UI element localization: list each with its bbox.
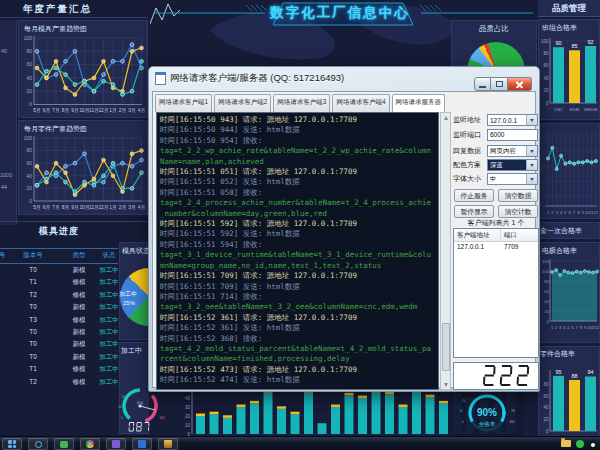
taskbar-image-button[interactable]: [158, 438, 178, 450]
svg-text:1月: 1月: [109, 205, 116, 211]
table-row: T1修模加工中: [0, 363, 118, 375]
listen-port-input[interactable]: 6000: [487, 129, 538, 141]
svg-text:40: 40: [26, 173, 32, 179]
svg-text:85: 85: [571, 43, 577, 49]
taskbar-browser-button[interactable]: [80, 438, 100, 450]
log-line: 时间[16:15:51 058] 接收:: [160, 188, 435, 198]
svg-text:1: 1: [551, 326, 553, 330]
tray-folder-icon[interactable]: [561, 440, 571, 447]
maximize-button[interactable]: [491, 77, 508, 91]
log-scrollbar[interactable]: [440, 112, 451, 390]
log-line: 时间[16:15:51 709] 请求: 源地址 127.0.0.1:7709: [160, 271, 435, 281]
left-edge-panel: 40 1000 44: [0, 20, 17, 225]
font-size-select[interactable]: 中: [487, 173, 538, 185]
chevron-down-icon[interactable]: [526, 115, 537, 125]
pie-slice-pct: 25%: [123, 300, 135, 306]
tab-client2[interactable]: 网络请求客户端2: [214, 94, 271, 112]
svg-text:9: 9: [582, 211, 584, 215]
electrode-pass-area-chart: 020406080100120123456789101112: [539, 257, 599, 341]
svg-text:80: 80: [543, 51, 549, 56]
tab-server[interactable]: 网络请求服务器: [392, 94, 446, 112]
log-line: 时间[16:15:51 594] 接收:: [160, 240, 435, 250]
clear-count-button[interactable]: 清空计数: [498, 205, 538, 218]
svg-text:0: 0: [546, 101, 549, 106]
svg-text:10: 10: [118, 405, 122, 409]
tab-client4[interactable]: 网络请求客户端4: [332, 94, 389, 112]
taskbar-circle-button[interactable]: [28, 438, 48, 450]
svg-text:8月: 8月: [62, 108, 69, 114]
svg-text:20: 20: [26, 88, 32, 94]
svg-text:12月: 12月: [98, 108, 108, 114]
svg-text:100: 100: [24, 135, 33, 141]
svg-text:9: 9: [584, 326, 586, 330]
svg-text:4: 4: [563, 326, 565, 330]
panel-electrode-pass: 电极合格率 020406080100120123456789101112: [538, 242, 600, 343]
log-line: 时间[16:15:51 052] 发送: html数据: [160, 177, 435, 187]
network-debug-window[interactable]: 网络请求客户端/服务器 (QQ: 517216493) 网络请求客户端1网络请求…: [148, 66, 540, 392]
mold-monthly-line-chart: 0204060801005月6月7月8月9月10月11月12月1月2月3月4月: [21, 34, 145, 116]
log-line: 时间[16:15:51 592] 发送: html数据: [160, 229, 435, 239]
scroll-down-arrow[interactable]: [441, 380, 450, 389]
tray-qq-icon[interactable]: [589, 439, 596, 448]
svg-text:20: 20: [121, 395, 125, 399]
window-controls: [474, 77, 532, 91]
window-title: 网络请求客户端/服务器 (QQ: 517216493): [170, 72, 344, 85]
blue-icon: [138, 440, 146, 448]
chevron-down-icon[interactable]: [526, 146, 537, 156]
client-list[interactable]: 客户端地址 端口 127.0.0.17709: [453, 228, 539, 358]
edge-label: 40: [1, 48, 7, 54]
svg-text:9月: 9月: [71, 205, 78, 211]
scroll-thumb[interactable]: [442, 323, 450, 371]
server-log[interactable]: 时间[16:15:50 943] 请求: 源地址 127.0.0.1:7709时…: [156, 112, 439, 390]
svg-text:20: 20: [26, 185, 32, 191]
scroll-up-arrow[interactable]: [441, 113, 450, 122]
svg-text:8: 8: [580, 326, 582, 330]
listen-addr-select[interactable]: 127.0.0.1: [487, 114, 538, 126]
mold-status-title: 模具状态: [122, 246, 150, 256]
client-row[interactable]: 127.0.0.17709: [454, 242, 538, 253]
svg-text:5月: 5月: [33, 205, 40, 211]
svg-text:100: 100: [509, 420, 515, 424]
panel-part-monthly: 每月零件产量趋势图 0204060801005月6月7月8月9月10月11月12…: [18, 120, 148, 215]
log-line: tag=t_4_2_mold_status_parcent&tableName=…: [160, 344, 435, 365]
minimize-button[interactable]: [474, 77, 491, 91]
reply-data-select[interactable]: 网页内容: [487, 145, 538, 157]
svg-text:95: 95: [555, 369, 561, 375]
close-button[interactable]: [508, 77, 532, 91]
color-scheme-select[interactable]: 深蓝: [487, 159, 538, 171]
taskbar-blue-button[interactable]: [132, 438, 152, 450]
svg-text:7月: 7月: [52, 205, 59, 211]
pass-gauge-label: 合格率: [479, 421, 496, 428]
server-controls: 监听地址 127.0.0.1 监听端口 6000 回复数据 网页内容 配色方案 …: [453, 112, 539, 390]
stop-service-button[interactable]: 停止服务: [454, 189, 494, 202]
chart-title: 班组合格率: [542, 23, 577, 33]
svg-text:11月: 11月: [89, 205, 99, 211]
pause-display-button[interactable]: 暂停显示: [454, 205, 494, 218]
svg-text:3月: 3月: [128, 205, 135, 211]
chat-icon: [60, 441, 68, 448]
svg-text:EDM: EDM: [570, 107, 580, 112]
table-row: T1修模加工中: [0, 276, 118, 288]
font-size-label: 字体大小: [453, 174, 487, 184]
svg-text:88: 88: [571, 373, 577, 379]
log-line: 时间[16:15:50 954] 接收:: [160, 136, 435, 146]
team-pass-bar-chart: 02040608010090CNC85EDM92WEDM: [539, 33, 599, 119]
tray-msg-icon[interactable]: [576, 440, 584, 448]
chevron-down-icon[interactable]: [526, 174, 537, 184]
tab-client3[interactable]: 网络请求客户端3: [273, 94, 330, 112]
chevron-down-icon[interactable]: [526, 160, 537, 170]
svg-text:0: 0: [547, 319, 550, 324]
svg-text:60: 60: [543, 63, 549, 68]
svg-text:20: 20: [185, 414, 191, 419]
taskbar-purple-button[interactable]: [106, 438, 126, 450]
minimize-icon: [479, 86, 486, 88]
taskbar-chat-button[interactable]: [54, 438, 74, 450]
svg-text:40: 40: [544, 299, 549, 304]
clear-data-button[interactable]: 清空数据: [498, 189, 538, 202]
svg-text:60: 60: [26, 61, 32, 67]
svg-text:3: 3: [556, 211, 558, 215]
chart-title: 每月零件产量趋势图: [24, 124, 87, 134]
taskbar-start-button[interactable]: [2, 438, 22, 450]
tab-client1[interactable]: 网络请求客户端1: [155, 94, 212, 112]
svg-text:12: 12: [594, 211, 598, 215]
